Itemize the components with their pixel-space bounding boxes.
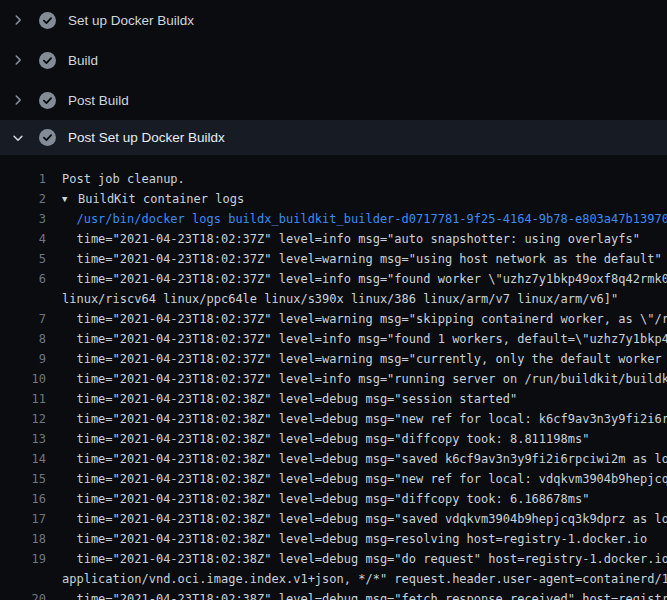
line-number[interactable]: 4 bbox=[0, 229, 46, 249]
line-number[interactable]: 14 bbox=[0, 449, 46, 469]
log-row: 11 time="2021-04-23T18:02:38Z" level=deb… bbox=[0, 389, 667, 409]
log-row: linux/riscv64 linux/ppc64le linux/s390x … bbox=[0, 289, 667, 309]
log-line-text: time="2021-04-23T18:02:38Z" level=debug … bbox=[62, 529, 647, 549]
log-row: 5 time="2021-04-23T18:02:37Z" level=warn… bbox=[0, 249, 667, 269]
line-number[interactable]: 19 bbox=[0, 549, 46, 569]
line-number[interactable]: 8 bbox=[0, 329, 46, 349]
log-line-text: Post job cleanup. bbox=[62, 169, 185, 189]
check-circle-icon bbox=[39, 129, 56, 146]
line-number[interactable]: 3 bbox=[0, 209, 46, 229]
log-lines: 1 Post job cleanup. 2 ▼ BuildKit contain… bbox=[0, 155, 667, 600]
step-label: Build bbox=[68, 53, 98, 68]
log-line-text: time="2021-04-23T18:02:38Z" level=debug … bbox=[62, 489, 589, 509]
log-line-text: time="2021-04-23T18:02:37Z" level=info m… bbox=[62, 369, 667, 389]
line-number[interactable]: 13 bbox=[0, 429, 46, 449]
chevron-right-icon bbox=[8, 13, 28, 27]
line-number[interactable]: 5 bbox=[0, 249, 46, 269]
step-label: Post Set up Docker Buildx bbox=[68, 130, 225, 145]
log-row: 4 time="2021-04-23T18:02:37Z" level=info… bbox=[0, 229, 667, 249]
log-row: 17 time="2021-04-23T18:02:38Z" level=deb… bbox=[0, 509, 667, 529]
log-row: 19 time="2021-04-23T18:02:38Z" level=deb… bbox=[0, 549, 667, 569]
line-number[interactable]: 17 bbox=[0, 509, 46, 529]
chevron-right-icon bbox=[8, 53, 28, 67]
line-number[interactable]: 20 bbox=[0, 589, 46, 600]
log-row: 16 time="2021-04-23T18:02:38Z" level=deb… bbox=[0, 489, 667, 509]
log-line-text: time="2021-04-23T18:02:37Z" level=info m… bbox=[62, 329, 667, 349]
log-row: 20 time="2021-04-23T18:02:38Z" level=deb… bbox=[0, 589, 667, 600]
line-number[interactable]: 1 bbox=[0, 169, 46, 189]
log-line-text: time="2021-04-23T18:02:38Z" level=debug … bbox=[62, 469, 667, 489]
group-collapse-triangle-icon[interactable]: ▼ bbox=[62, 189, 78, 209]
log-row: 6 time="2021-04-23T18:02:37Z" level=info… bbox=[0, 269, 667, 289]
log-line-text: time="2021-04-23T18:02:37Z" level=info m… bbox=[62, 269, 667, 289]
line-number[interactable]: 11 bbox=[0, 389, 46, 409]
job-log-viewer: Set up Docker Buildx Build Post Buil bbox=[0, 0, 667, 600]
log-row: 7 time="2021-04-23T18:02:37Z" level=warn… bbox=[0, 309, 667, 329]
log-row: application/vnd.oci.image.index.v1+json,… bbox=[0, 569, 667, 589]
line-number[interactable]: 18 bbox=[0, 529, 46, 549]
step-row-post-set-up-docker-buildx[interactable]: Post Set up Docker Buildx bbox=[0, 120, 667, 155]
step-label: Set up Docker Buildx bbox=[68, 13, 194, 28]
log-line-text: BuildKit container logs bbox=[78, 189, 244, 209]
steps-list: Set up Docker Buildx Build Post Buil bbox=[0, 0, 667, 155]
chevron-down-icon bbox=[8, 131, 28, 145]
log-row[interactable]: 2 ▼ BuildKit container logs bbox=[0, 189, 667, 209]
log-row: 10 time="2021-04-23T18:02:37Z" level=inf… bbox=[0, 369, 667, 389]
line-number[interactable]: 12 bbox=[0, 409, 46, 429]
log-line-text: time="2021-04-23T18:02:37Z" level=warnin… bbox=[62, 249, 662, 269]
log-line-text: time="2021-04-23T18:02:38Z" level=debug … bbox=[62, 549, 667, 569]
log-line-text: time="2021-04-23T18:02:37Z" level=warnin… bbox=[62, 309, 667, 329]
line-number[interactable]: 15 bbox=[0, 469, 46, 489]
log-line-text: /usr/bin/docker logs buildx_buildkit_bui… bbox=[62, 209, 667, 229]
log-line-text: time="2021-04-23T18:02:38Z" level=debug … bbox=[62, 509, 667, 529]
log-line-text: time="2021-04-23T18:02:38Z" level=debug … bbox=[62, 449, 667, 469]
log-line-text: time="2021-04-23T18:02:37Z" level=warnin… bbox=[62, 349, 667, 369]
chevron-right-icon bbox=[8, 93, 28, 107]
log-row: 3 /usr/bin/docker logs buildx_buildkit_b… bbox=[0, 209, 667, 229]
line-number[interactable]: 7 bbox=[0, 309, 46, 329]
log-line-text: linux/riscv64 linux/ppc64le linux/s390x … bbox=[62, 289, 618, 309]
check-circle-icon bbox=[39, 92, 56, 109]
log-row: 8 time="2021-04-23T18:02:37Z" level=info… bbox=[0, 329, 667, 349]
check-circle-icon bbox=[39, 52, 56, 69]
log-row: 1 Post job cleanup. bbox=[0, 169, 667, 189]
log-line-text: time="2021-04-23T18:02:37Z" level=info m… bbox=[62, 229, 640, 249]
line-number[interactable]: 9 bbox=[0, 349, 46, 369]
log-row: 9 time="2021-04-23T18:02:37Z" level=warn… bbox=[0, 349, 667, 369]
step-row-set-up-docker-buildx[interactable]: Set up Docker Buildx bbox=[0, 0, 667, 40]
check-circle-icon bbox=[39, 12, 56, 29]
line-number[interactable] bbox=[0, 569, 46, 589]
log-line-text: time="2021-04-23T18:02:38Z" level=debug … bbox=[62, 429, 589, 449]
line-number[interactable]: 6 bbox=[0, 269, 46, 289]
log-line-text: time="2021-04-23T18:02:38Z" level=debug … bbox=[62, 389, 517, 409]
log-line-text: time="2021-04-23T18:02:38Z" level=debug … bbox=[62, 409, 667, 429]
step-label: Post Build bbox=[68, 93, 129, 108]
log-line-text: application/vnd.oci.image.index.v1+json,… bbox=[62, 569, 667, 589]
log-row: 13 time="2021-04-23T18:02:38Z" level=deb… bbox=[0, 429, 667, 449]
step-row-post-build[interactable]: Post Build bbox=[0, 80, 667, 120]
log-row: 12 time="2021-04-23T18:02:38Z" level=deb… bbox=[0, 409, 667, 429]
step-row-build[interactable]: Build bbox=[0, 40, 667, 80]
log-row: 15 time="2021-04-23T18:02:38Z" level=deb… bbox=[0, 469, 667, 489]
line-number[interactable]: 2 bbox=[0, 189, 46, 209]
log-row: 18 time="2021-04-23T18:02:38Z" level=deb… bbox=[0, 529, 667, 549]
line-number[interactable] bbox=[0, 289, 46, 309]
log-line-text: time="2021-04-23T18:02:38Z" level=debug … bbox=[62, 589, 667, 600]
line-number[interactable]: 10 bbox=[0, 369, 46, 389]
log-row: 14 time="2021-04-23T18:02:38Z" level=deb… bbox=[0, 449, 667, 469]
line-number[interactable]: 16 bbox=[0, 489, 46, 509]
